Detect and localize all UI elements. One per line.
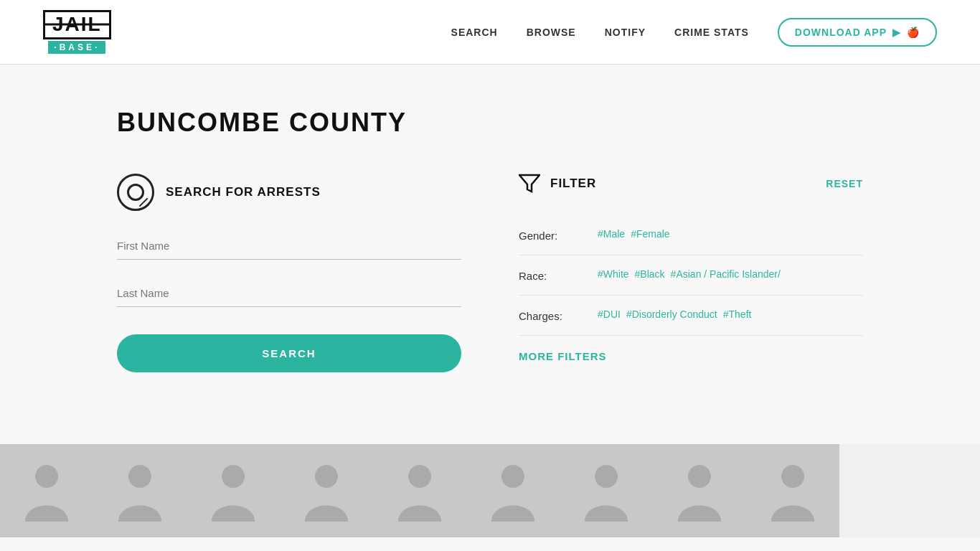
filter-left: FILTER <box>519 174 596 194</box>
svg-point-6 <box>595 465 618 488</box>
mugshot-7[interactable] <box>560 444 653 537</box>
gender-tags: #Male #Female <box>598 228 670 240</box>
filter-gender-row: Gender: #Male #Female <box>519 215 863 255</box>
magnifier-glass <box>127 184 144 201</box>
main-nav: SEARCH BROWSE NOTIFY CRIME STATS DOWNLOA… <box>451 18 937 47</box>
nav-search[interactable]: SEARCH <box>451 27 498 38</box>
filter-icon <box>519 174 540 194</box>
svg-point-2 <box>222 465 245 488</box>
person-silhouette <box>770 461 816 522</box>
svg-point-3 <box>315 465 338 488</box>
site-header: JAIL ·BASE· SEARCH BROWSE NOTIFY CRIME S… <box>0 0 980 65</box>
person-silhouette <box>24 461 70 522</box>
last-name-input[interactable] <box>117 280 461 307</box>
logo[interactable]: JAIL ·BASE· <box>43 10 111 54</box>
mugshot-8[interactable] <box>653 444 746 537</box>
mugshot-5[interactable] <box>373 444 466 537</box>
svg-point-4 <box>408 465 431 488</box>
mugshot-2[interactable] <box>93 444 187 537</box>
svg-point-5 <box>501 465 524 488</box>
filter-section: FILTER RESET Gender: #Male #Female Race:… <box>519 174 863 372</box>
download-app-button[interactable]: DOWNLOAD APP ▶ 🍎 <box>778 18 937 47</box>
svg-point-0 <box>35 465 58 488</box>
logo-base-text: ·BASE· <box>48 41 105 54</box>
county-title: BUNCOMBE COUNTY <box>117 108 863 138</box>
mugshot-row <box>0 444 980 537</box>
person-silhouette <box>583 461 630 522</box>
gender-tag-female[interactable]: #Female <box>631 228 669 240</box>
charge-tag-theft[interactable]: #Theft <box>723 309 752 320</box>
race-tag-black[interactable]: #Black <box>635 268 665 280</box>
charges-label: Charges: <box>519 309 583 322</box>
gender-label: Gender: <box>519 228 583 242</box>
search-icon <box>117 174 154 211</box>
filter-race-row: Race: #White #Black #Asian / Pacific Isl… <box>519 255 863 296</box>
person-silhouette <box>117 461 164 522</box>
mugshot-4[interactable] <box>280 444 373 537</box>
first-name-input[interactable] <box>117 232 461 260</box>
search-filter-row: SEARCH FOR ARRESTS SEARCH FILTER RESET G… <box>117 174 863 372</box>
filter-header: FILTER RESET <box>519 174 863 194</box>
gender-tag-male[interactable]: #Male <box>598 228 625 240</box>
race-tags: #White #Black #Asian / Pacific Islander/ <box>598 268 781 280</box>
person-silhouette <box>303 461 350 522</box>
race-label: Race: <box>519 268 583 282</box>
download-app-label: DOWNLOAD APP <box>795 27 887 38</box>
charges-tags: #DUI #Disorderly Conduct #Theft <box>598 309 751 320</box>
race-tag-white[interactable]: #White <box>598 268 629 280</box>
logo-jail-text: JAIL <box>43 10 111 39</box>
search-title: SEARCH FOR ARRESTS <box>166 185 321 199</box>
person-silhouette <box>210 461 257 522</box>
charge-tag-disorderly[interactable]: #Disorderly Conduct <box>626 309 717 320</box>
person-silhouette <box>490 461 537 522</box>
mugshot-6[interactable] <box>466 444 560 537</box>
mugshot-1[interactable] <box>0 444 93 537</box>
filter-title: FILTER <box>550 176 596 191</box>
main-content: BUNCOMBE COUNTY SEARCH FOR ARRESTS SEARC… <box>60 65 920 444</box>
filter-charges-row: Charges: #DUI #Disorderly Conduct #Theft <box>519 296 863 336</box>
more-filters-button[interactable]: MORE FILTERS <box>519 350 607 362</box>
svg-point-1 <box>128 465 151 488</box>
charge-tag-dui[interactable]: #DUI <box>598 309 621 320</box>
svg-point-7 <box>688 465 711 488</box>
mugshot-9[interactable] <box>746 444 839 537</box>
nav-browse[interactable]: BROWSE <box>527 27 576 38</box>
mugshot-3[interactable] <box>187 444 280 537</box>
apple-icon: 🍎 <box>907 27 920 38</box>
person-silhouette <box>677 461 723 522</box>
search-section: SEARCH FOR ARRESTS SEARCH <box>117 174 461 372</box>
reset-button[interactable]: RESET <box>826 178 863 189</box>
search-button[interactable]: SEARCH <box>117 334 461 372</box>
nav-crime-stats[interactable]: CRIME STATS <box>674 27 749 38</box>
search-header: SEARCH FOR ARRESTS <box>117 174 461 211</box>
svg-point-8 <box>781 465 804 488</box>
race-tag-asian[interactable]: #Asian / Pacific Islander/ <box>671 268 781 280</box>
person-silhouette <box>397 461 443 522</box>
nav-notify[interactable]: NOTIFY <box>605 27 646 38</box>
play-icon: ▶ <box>892 27 901 38</box>
